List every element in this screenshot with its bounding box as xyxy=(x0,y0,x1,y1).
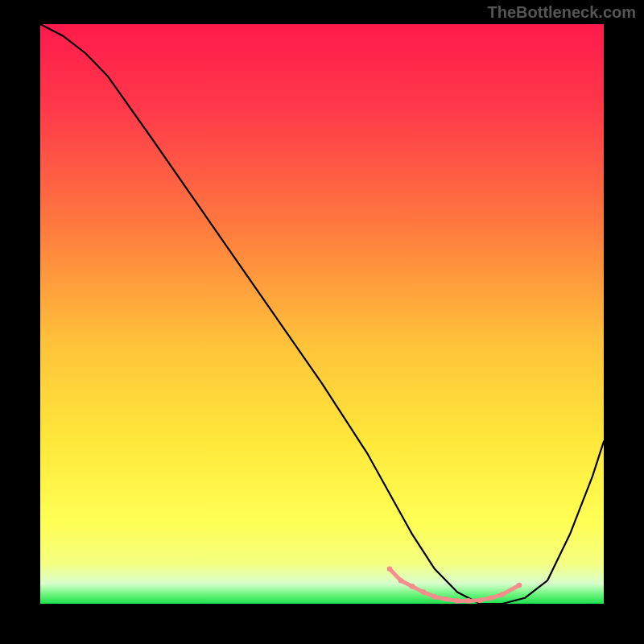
plot-area xyxy=(40,24,604,604)
optimal-zone-marker xyxy=(410,584,415,589)
optimal-zone-marker xyxy=(466,598,472,604)
chart-canvas: TheBottleneck.com xyxy=(0,0,644,644)
optimal-zone-marker xyxy=(444,597,449,602)
optimal-zone-marker xyxy=(489,596,494,601)
optimal-zone-marker xyxy=(387,567,393,572)
svg-rect-0 xyxy=(40,24,604,604)
optimal-zone-marker xyxy=(455,598,460,604)
watermark-text: TheBottleneck.com xyxy=(488,3,636,22)
optimal-zone-marker xyxy=(517,583,522,588)
optimal-zone-marker xyxy=(421,589,427,595)
optimal-zone-marker xyxy=(398,578,404,584)
optimal-zone-marker xyxy=(500,592,506,597)
optimal-zone-marker xyxy=(432,594,438,600)
optimal-zone-marker xyxy=(477,597,483,603)
plot-svg xyxy=(40,24,604,604)
